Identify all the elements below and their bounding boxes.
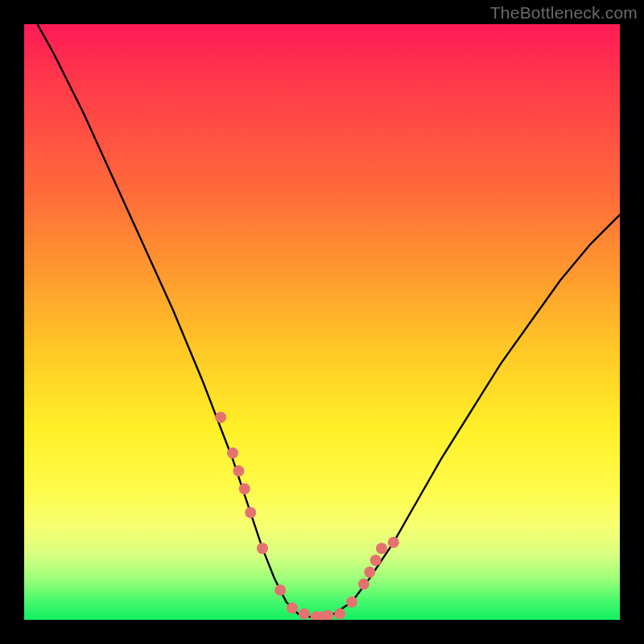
highlight-dot <box>322 610 333 620</box>
highlight-dot <box>245 507 256 518</box>
highlight-dot <box>358 579 369 590</box>
highlight-dots <box>215 411 399 620</box>
highlight-dot <box>215 411 226 423</box>
highlight-dot <box>364 567 375 578</box>
highlight-dot <box>275 584 286 596</box>
bottleneck-curve <box>24 24 620 617</box>
curve-svg <box>24 24 620 620</box>
highlight-dot <box>239 483 250 494</box>
highlight-dot <box>388 537 399 548</box>
chart-frame: TheBottleneck.com <box>0 0 644 644</box>
highlight-dot <box>299 609 310 620</box>
watermark-text: TheBottleneck.com <box>490 3 638 23</box>
highlight-dot <box>370 555 382 566</box>
highlight-dot <box>257 543 268 554</box>
highlight-dot <box>233 465 244 477</box>
highlight-dot <box>287 602 298 613</box>
highlight-dot <box>227 448 238 459</box>
highlight-dot <box>334 609 345 620</box>
highlight-dot <box>376 543 387 554</box>
plot-area <box>24 24 620 620</box>
highlight-dot <box>346 597 357 608</box>
